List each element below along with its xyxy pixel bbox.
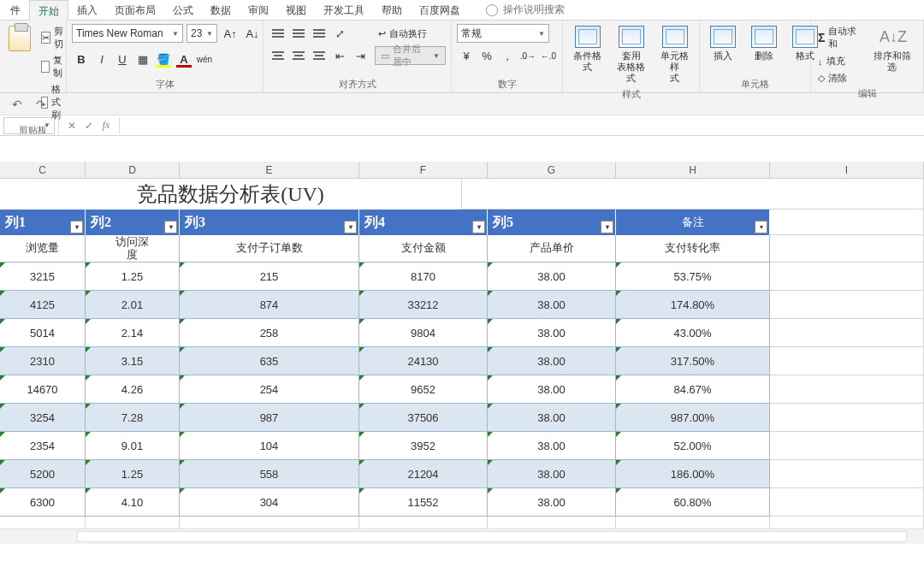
cell[interactable]: 2354 [0,432,86,460]
autosum-button[interactable]: Σ自动求和 [816,24,862,51]
cell[interactable]: 2.14 [86,319,180,347]
fill-color-button[interactable]: 🪣 [154,50,173,68]
currency-button[interactable]: ¥ [457,46,476,65]
subheader-orders[interactable]: 支付子订单数 [180,235,359,263]
cell[interactable]: 4.26 [86,375,180,404]
cell[interactable]: 5014 [0,319,86,347]
tab-help[interactable]: 帮助 [373,0,411,21]
cell[interactable]: 317.50% [616,347,770,375]
cell[interactable]: 5200 [0,460,86,488]
delete-cells-button[interactable]: 删除 [746,24,782,63]
filter-button-col4[interactable]: ▾ [472,221,485,233]
increase-indent-button[interactable]: ⇥ [351,46,370,65]
cell[interactable]: 38.00 [488,291,616,319]
cell[interactable]: 60.80% [616,488,770,517]
align-left-button[interactable] [269,46,287,65]
cell[interactable]: 7.28 [86,404,180,432]
cell[interactable]: 254 [180,375,359,404]
cell[interactable] [770,263,924,291]
cell[interactable]: 2.01 [86,291,180,319]
subheader-amount[interactable]: 支付金额 [359,235,488,263]
underline-button[interactable]: U [113,50,132,68]
cell[interactable] [770,319,924,347]
subheader-conversion[interactable]: 支付转化率 [616,235,770,263]
increase-decimal-button[interactable]: .0→ [518,46,537,65]
cell[interactable]: 3254 [0,404,86,432]
cell[interactable]: 3952 [359,432,488,460]
decrease-decimal-button[interactable]: ←.0 [539,46,558,65]
fill-button[interactable]: ↓填充 [816,54,862,68]
confirm-formula-button[interactable]: ✓ [81,120,97,132]
number-format-combo[interactable]: 常规▼ [457,24,549,43]
cell[interactable]: 38.00 [488,460,616,488]
cell[interactable]: 874 [180,291,359,319]
cell[interactable]: 53.75% [616,263,770,291]
cell[interactable]: 38.00 [488,404,616,432]
col-header-i[interactable]: I [770,162,924,178]
clear-button[interactable]: ◇清除 [816,71,862,86]
cell[interactable]: 3.15 [86,347,180,375]
font-color-button[interactable]: A [175,50,193,68]
cell[interactable]: 635 [180,347,359,375]
cell[interactable]: 14670 [0,375,86,404]
cell[interactable]: 4.10 [86,488,180,517]
insert-cells-button[interactable]: 插入 [705,24,741,63]
name-box[interactable]: ▼ [3,117,55,134]
cell[interactable]: 33212 [359,291,488,319]
cell[interactable]: 987.00% [616,404,770,432]
cell[interactable]: 174.80% [616,291,770,319]
cell[interactable]: 9.01 [86,432,180,460]
undo-button[interactable]: ↶ [9,96,26,113]
cell[interactable]: 52.00% [616,432,770,460]
cell[interactable]: 21204 [359,460,488,488]
tab-layout[interactable]: 页面布局 [106,0,164,21]
col-header-f[interactable]: F [359,162,488,178]
cell[interactable]: 6300 [0,488,86,517]
cell[interactable] [770,488,924,517]
cell[interactable]: 38.00 [488,347,616,375]
filter-button-col3[interactable]: ▾ [344,221,357,233]
cell[interactable] [770,347,924,375]
cell[interactable]: 304 [180,488,359,517]
align-top-button[interactable] [269,24,287,43]
cell[interactable]: 9804 [359,319,488,347]
cell[interactable]: 38.00 [488,488,616,517]
border-button[interactable]: ▦ [133,50,152,68]
align-middle-button[interactable] [289,24,308,43]
cell[interactable]: 987 [180,404,359,432]
fx-button[interactable]: fx [98,119,114,132]
grid[interactable]: 竞品数据分析表(UV) 列1▾ 列2▾ 列3▾ 列4▾ 列5▾ 备注▾ 浏览量 … [0,179,924,544]
decrease-font-button[interactable]: A↓ [243,24,262,43]
cell[interactable]: 9652 [359,375,488,404]
cell[interactable]: 3215 [0,263,86,291]
subheader-depth[interactable]: 访问深 度 [86,235,180,263]
align-right-button[interactable] [310,46,329,65]
table-format-button[interactable]: 套用 表格格式 [612,24,650,86]
orientation-button[interactable]: ⤢ [330,24,349,43]
filter-button-col5[interactable]: ▾ [601,221,613,233]
cell[interactable]: 43.00% [616,319,770,347]
merge-center-button[interactable]: ▭合并后居中▼ [375,46,446,65]
tab-formulas[interactable]: 公式 [164,0,202,21]
increase-font-button[interactable]: A↑ [221,24,240,43]
redo-button[interactable]: ↷ [33,96,50,113]
paste-button[interactable] [5,24,34,53]
filter-button-col1[interactable]: ▾ [70,221,83,233]
cell[interactable]: 38.00 [488,263,616,291]
tab-insert[interactable]: 插入 [68,0,106,21]
subheader-price[interactable]: 产品单价 [488,235,616,263]
formula-input[interactable] [120,117,924,134]
conditional-format-button[interactable]: 条件格式 [568,24,607,74]
font-size-combo[interactable]: 23▼ [187,24,217,43]
tell-me-search[interactable]: 操作说明搜索 [486,3,565,17]
cell[interactable]: 38.00 [488,319,616,347]
phonetic-button[interactable]: wén [195,50,214,68]
sort-filter-button[interactable]: A↓Z排序和筛选 [867,24,918,74]
cancel-formula-button[interactable]: ✕ [64,120,80,132]
cell[interactable] [770,404,924,432]
cell[interactable]: 104 [180,432,359,460]
filter-button-col2[interactable]: ▾ [164,221,177,233]
tab-home[interactable]: 开始 [29,0,68,21]
table-title[interactable]: 竞品数据分析表(UV) [0,179,462,210]
copy-button[interactable]: 复制 [39,53,68,80]
